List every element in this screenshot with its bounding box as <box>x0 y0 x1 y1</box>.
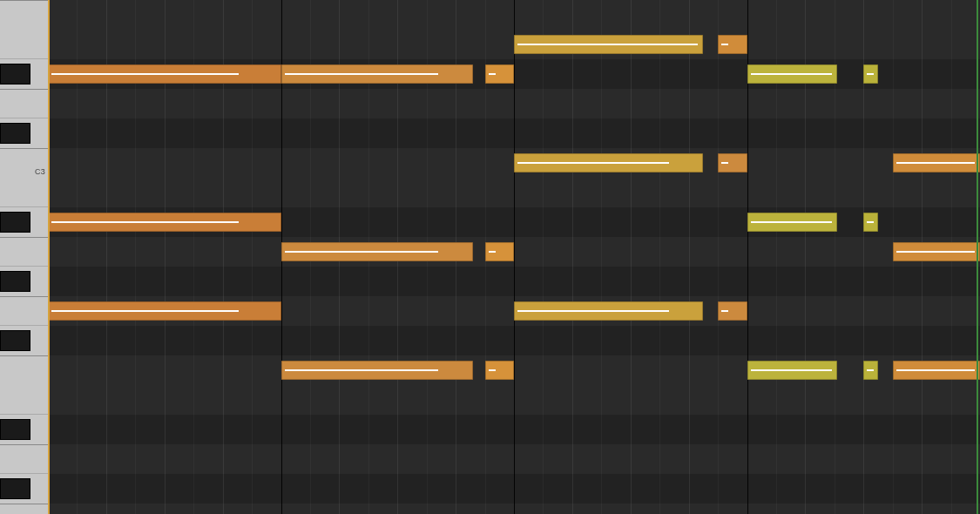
loop-start-marker[interactable] <box>48 0 50 514</box>
midi-note[interactable] <box>718 153 747 172</box>
loop-end-marker[interactable] <box>977 0 978 514</box>
grid-line <box>514 0 515 514</box>
midi-note[interactable] <box>48 213 281 232</box>
grid-line <box>543 0 544 514</box>
black-key[interactable] <box>0 123 30 144</box>
black-key[interactable] <box>0 271 30 292</box>
midi-note[interactable] <box>718 35 747 54</box>
midi-note[interactable] <box>281 242 474 261</box>
midi-note[interactable] <box>747 213 838 232</box>
piano-keyboard[interactable]: C3C2 <box>0 0 48 514</box>
piano-roll: C3C2 <box>0 0 980 514</box>
white-key[interactable] <box>0 0 48 59</box>
key-label: C3 <box>35 167 45 176</box>
midi-note[interactable] <box>281 361 474 380</box>
grid-line <box>718 0 719 514</box>
white-key[interactable] <box>0 444 48 474</box>
midi-note[interactable] <box>893 242 980 261</box>
midi-note[interactable] <box>48 64 281 84</box>
midi-note[interactable] <box>893 361 980 380</box>
black-key[interactable] <box>0 419 30 440</box>
grid-line <box>659 0 660 514</box>
midi-note[interactable] <box>485 361 514 380</box>
midi-note[interactable] <box>747 64 838 84</box>
midi-note[interactable] <box>48 301 281 321</box>
white-key[interactable] <box>0 148 48 207</box>
midi-note[interactable] <box>893 153 980 172</box>
white-key[interactable] <box>0 504 48 514</box>
black-key[interactable] <box>0 478 30 499</box>
white-key[interactable] <box>0 237 48 267</box>
black-key[interactable] <box>0 330 30 351</box>
midi-note[interactable] <box>718 301 747 321</box>
midi-note[interactable] <box>514 153 703 172</box>
grid-line <box>601 0 602 514</box>
white-key[interactable] <box>0 296 48 326</box>
midi-note[interactable] <box>514 301 703 321</box>
midi-note[interactable] <box>485 242 514 261</box>
grid-line <box>572 0 573 514</box>
midi-note[interactable] <box>747 361 838 380</box>
note-grid[interactable] <box>48 0 980 514</box>
white-key[interactable] <box>0 355 48 415</box>
black-key[interactable] <box>0 64 30 85</box>
black-key[interactable] <box>0 212 30 233</box>
white-key[interactable] <box>0 89 48 118</box>
midi-note[interactable] <box>863 213 878 232</box>
midi-note[interactable] <box>863 361 878 380</box>
midi-note[interactable] <box>485 64 514 84</box>
grid-line <box>689 0 690 514</box>
grid-line <box>631 0 632 514</box>
midi-note[interactable] <box>863 64 878 84</box>
midi-note[interactable] <box>281 64 474 84</box>
midi-note[interactable] <box>514 35 703 54</box>
